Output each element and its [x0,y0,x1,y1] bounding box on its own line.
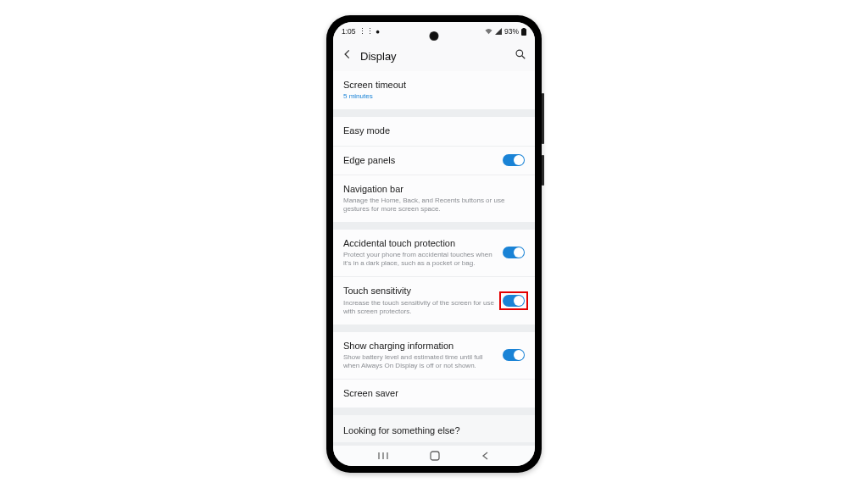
row-sub: Protect your phone from accidental touch… [343,251,496,268]
battery-percent: 93% [504,27,519,36]
row-value: 5 minutes [343,92,525,101]
svg-rect-1 [523,28,526,29]
row-label: Accidental touch protection [343,237,496,249]
svg-point-2 [516,50,523,57]
wifi-icon [485,28,492,35]
row-sub: Increase the touch sensitivity of the sc… [343,299,496,316]
back-nav-icon[interactable] [481,451,491,461]
row-label: Screen timeout [343,79,525,91]
status-time: 1:05 [342,27,356,36]
back-icon[interactable] [342,48,353,64]
power-button [542,155,544,186]
phone-frame: 1:05 ⋮⋮ ● 93% Display [326,15,542,473]
row-charging-info[interactable]: Show charging information Show battery l… [333,332,535,379]
row-accidental-touch[interactable]: Accidental touch protection Protect your… [333,230,535,276]
row-touch-sensitivity[interactable]: Touch sensitivity Increase the touch sen… [333,276,535,324]
android-nav-bar [333,446,535,466]
row-sub: Manage the Home, Back, and Recents butto… [343,197,525,214]
row-navigation-bar[interactable]: Navigation bar Manage the Home, Back, an… [333,175,535,222]
svg-rect-0 [521,29,526,36]
front-camera [431,32,438,40]
page-title: Display [360,50,508,63]
row-label: Edge panels [343,154,496,166]
row-label: Navigation bar [343,183,525,195]
row-label: Touch sensitivity [343,285,496,297]
row-label: Easy mode [343,125,525,136]
settings-group: Accidental touch protection Protect your… [333,230,535,324]
toggle-accidental-touch[interactable] [503,247,525,258]
home-icon[interactable] [429,450,441,462]
row-screen-timeout[interactable]: Screen timeout 5 minutes [333,71,535,109]
row-easy-mode[interactable]: Easy mode [333,117,535,145]
settings-group: Screen timeout 5 minutes [333,71,535,109]
toggle-charging-info[interactable] [503,349,525,361]
tutorial-highlight-box [499,291,528,310]
battery-icon [521,28,526,36]
settings-group: Easy mode Edge panels Navigation bar Man… [333,117,535,222]
status-indicator-icon: ⋮⋮ ● [359,27,381,36]
app-header: Display [333,41,535,71]
row-screen-saver[interactable]: Screen saver [333,379,535,408]
toggle-edge-panels[interactable] [503,154,525,166]
svg-line-3 [522,56,526,59]
row-sub: Show battery level and estimated time un… [343,353,496,370]
row-label: Show charging information [343,340,496,352]
footer-prompt: Looking for something else? [333,415,535,442]
signal-icon [495,28,502,35]
toggle-touch-sensitivity[interactable] [503,295,525,307]
volume-button [542,93,544,144]
svg-rect-7 [431,452,439,460]
settings-group: Show charging information Show battery l… [333,332,535,408]
phone-screen: 1:05 ⋮⋮ ● 93% Display [333,22,535,466]
row-edge-panels[interactable]: Edge panels [333,146,535,175]
row-label: Screen saver [343,387,525,399]
search-icon[interactable] [515,48,526,64]
recents-icon[interactable] [377,451,389,461]
settings-list[interactable]: Screen timeout 5 minutes Easy mode Edge … [333,71,535,446]
